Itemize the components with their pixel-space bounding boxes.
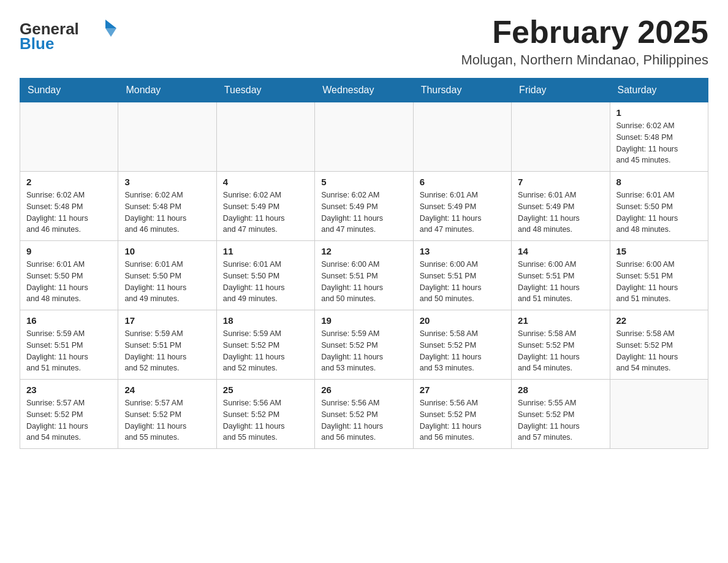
week-row-1: 1Sunrise: 6:02 AM Sunset: 5:48 PM Daylig…: [20, 102, 708, 172]
day-info: Sunrise: 6:00 AM Sunset: 5:51 PM Dayligh…: [616, 259, 702, 305]
day-info: Sunrise: 6:02 AM Sunset: 5:48 PM Dayligh…: [124, 190, 210, 236]
calendar-cell-w5-d1: 23Sunrise: 5:57 AM Sunset: 5:52 PM Dayli…: [20, 380, 118, 449]
calendar-cell-w5-d2: 24Sunrise: 5:57 AM Sunset: 5:52 PM Dayli…: [118, 380, 216, 449]
calendar-cell-w3-d2: 10Sunrise: 6:01 AM Sunset: 5:50 PM Dayli…: [118, 241, 216, 310]
calendar-cell-w1-d6: [512, 102, 610, 172]
week-row-2: 2Sunrise: 6:02 AM Sunset: 5:48 PM Daylig…: [20, 172, 708, 241]
logo: General Blue: [20, 15, 124, 54]
day-number: 21: [518, 315, 603, 326]
day-info: Sunrise: 6:00 AM Sunset: 5:51 PM Dayligh…: [518, 259, 603, 305]
day-number: 23: [26, 385, 112, 395]
day-info: Sunrise: 6:02 AM Sunset: 5:48 PM Dayligh…: [26, 190, 112, 236]
day-number: 19: [321, 315, 406, 326]
calendar-cell-w3-d6: 14Sunrise: 6:00 AM Sunset: 5:51 PM Dayli…: [512, 241, 610, 310]
day-info: Sunrise: 6:00 AM Sunset: 5:51 PM Dayligh…: [420, 259, 505, 305]
day-number: 12: [321, 246, 406, 256]
calendar-cell-w5-d5: 27Sunrise: 5:56 AM Sunset: 5:52 PM Dayli…: [413, 380, 511, 449]
day-info: Sunrise: 5:59 AM Sunset: 5:52 PM Dayligh…: [321, 328, 406, 374]
day-number: 26: [321, 385, 406, 395]
calendar-cell-w1-d1: [20, 102, 118, 172]
day-number: 10: [124, 246, 210, 256]
calendar-cell-w4-d3: 18Sunrise: 5:59 AM Sunset: 5:52 PM Dayli…: [216, 310, 314, 380]
day-info: Sunrise: 6:01 AM Sunset: 5:50 PM Dayligh…: [616, 190, 702, 236]
calendar-cell-w4-d7: 22Sunrise: 5:58 AM Sunset: 5:52 PM Dayli…: [610, 310, 708, 380]
day-number: 20: [420, 315, 505, 326]
day-info: Sunrise: 6:02 AM Sunset: 5:49 PM Dayligh…: [321, 190, 406, 236]
calendar-title: February 2025: [461, 15, 708, 50]
day-number: 24: [124, 385, 210, 395]
week-row-3: 9Sunrise: 6:01 AM Sunset: 5:50 PM Daylig…: [20, 241, 708, 310]
day-number: 25: [223, 385, 308, 395]
calendar-cell-w2-d7: 8Sunrise: 6:01 AM Sunset: 5:50 PM Daylig…: [610, 172, 708, 241]
day-info: Sunrise: 6:01 AM Sunset: 5:49 PM Dayligh…: [420, 190, 505, 236]
day-info: Sunrise: 5:56 AM Sunset: 5:52 PM Dayligh…: [420, 397, 505, 443]
day-number: 1: [616, 107, 702, 118]
page-header: General Blue February 2025 Molugan, Nort…: [20, 15, 708, 68]
day-info: Sunrise: 6:01 AM Sunset: 5:50 PM Dayligh…: [26, 259, 112, 305]
svg-marker-2: [105, 28, 116, 37]
calendar-cell-w1-d4: [315, 102, 413, 172]
day-number: 5: [321, 177, 406, 187]
day-info: Sunrise: 5:57 AM Sunset: 5:52 PM Dayligh…: [124, 397, 210, 443]
calendar-cell-w5-d7: [610, 380, 708, 449]
calendar-cell-w1-d3: [216, 102, 314, 172]
calendar-cell-w4-d1: 16Sunrise: 5:59 AM Sunset: 5:51 PM Dayli…: [20, 310, 118, 380]
calendar-cell-w2-d3: 4Sunrise: 6:02 AM Sunset: 5:49 PM Daylig…: [216, 172, 314, 241]
calendar-cell-w3-d5: 13Sunrise: 6:00 AM Sunset: 5:51 PM Dayli…: [413, 241, 511, 310]
day-info: Sunrise: 6:01 AM Sunset: 5:50 PM Dayligh…: [223, 259, 308, 305]
header-wednesday: Wednesday: [315, 79, 413, 102]
day-number: 16: [26, 315, 112, 326]
day-info: Sunrise: 6:00 AM Sunset: 5:51 PM Dayligh…: [321, 259, 406, 305]
header-monday: Monday: [118, 79, 216, 102]
calendar-cell-w1-d5: [413, 102, 511, 172]
day-number: 3: [124, 177, 210, 187]
day-info: Sunrise: 5:59 AM Sunset: 5:51 PM Dayligh…: [124, 328, 210, 374]
day-info: Sunrise: 5:55 AM Sunset: 5:52 PM Dayligh…: [518, 397, 603, 443]
calendar-cell-w4-d5: 20Sunrise: 5:58 AM Sunset: 5:52 PM Dayli…: [413, 310, 511, 380]
day-info: Sunrise: 5:58 AM Sunset: 5:52 PM Dayligh…: [420, 328, 505, 374]
header-saturday: Saturday: [610, 79, 708, 102]
calendar-table: Sunday Monday Tuesday Wednesday Thursday…: [20, 78, 708, 449]
calendar-subtitle: Molugan, Northern Mindanao, Philippines: [461, 52, 708, 68]
week-row-4: 16Sunrise: 5:59 AM Sunset: 5:51 PM Dayli…: [20, 310, 708, 380]
day-info: Sunrise: 5:58 AM Sunset: 5:52 PM Dayligh…: [518, 328, 603, 374]
header-friday: Friday: [512, 79, 610, 102]
day-number: 17: [124, 315, 210, 326]
calendar-cell-w4-d6: 21Sunrise: 5:58 AM Sunset: 5:52 PM Dayli…: [512, 310, 610, 380]
title-block: February 2025 Molugan, Northern Mindanao…: [461, 15, 708, 68]
day-info: Sunrise: 5:59 AM Sunset: 5:52 PM Dayligh…: [223, 328, 308, 374]
calendar-cell-w2-d5: 6Sunrise: 6:01 AM Sunset: 5:49 PM Daylig…: [413, 172, 511, 241]
day-number: 6: [420, 177, 505, 187]
calendar-cell-w4-d2: 17Sunrise: 5:59 AM Sunset: 5:51 PM Dayli…: [118, 310, 216, 380]
day-number: 22: [616, 315, 702, 326]
calendar-cell-w2-d1: 2Sunrise: 6:02 AM Sunset: 5:48 PM Daylig…: [20, 172, 118, 241]
day-info: Sunrise: 6:02 AM Sunset: 5:48 PM Dayligh…: [616, 120, 702, 166]
day-number: 14: [518, 246, 603, 256]
header-tuesday: Tuesday: [216, 79, 314, 102]
day-number: 27: [420, 385, 505, 395]
day-number: 11: [223, 246, 308, 256]
calendar-cell-w3-d3: 11Sunrise: 6:01 AM Sunset: 5:50 PM Dayli…: [216, 241, 314, 310]
weekday-header-row: Sunday Monday Tuesday Wednesday Thursday…: [20, 79, 708, 102]
day-info: Sunrise: 6:01 AM Sunset: 5:50 PM Dayligh…: [124, 259, 210, 305]
calendar-cell-w5-d4: 26Sunrise: 5:56 AM Sunset: 5:52 PM Dayli…: [315, 380, 413, 449]
day-number: 9: [26, 246, 112, 256]
calendar-cell-w3-d4: 12Sunrise: 6:00 AM Sunset: 5:51 PM Dayli…: [315, 241, 413, 310]
header-thursday: Thursday: [413, 79, 511, 102]
day-info: Sunrise: 5:57 AM Sunset: 5:52 PM Dayligh…: [26, 397, 112, 443]
calendar-cell-w1-d2: [118, 102, 216, 172]
day-info: Sunrise: 5:56 AM Sunset: 5:52 PM Dayligh…: [321, 397, 406, 443]
calendar-cell-w5-d3: 25Sunrise: 5:56 AM Sunset: 5:52 PM Dayli…: [216, 380, 314, 449]
day-info: Sunrise: 5:56 AM Sunset: 5:52 PM Dayligh…: [223, 397, 308, 443]
day-number: 2: [26, 177, 112, 187]
day-number: 8: [616, 177, 702, 187]
day-number: 15: [616, 246, 702, 256]
week-row-5: 23Sunrise: 5:57 AM Sunset: 5:52 PM Dayli…: [20, 380, 708, 449]
day-number: 7: [518, 177, 603, 187]
calendar-cell-w2-d2: 3Sunrise: 6:02 AM Sunset: 5:48 PM Daylig…: [118, 172, 216, 241]
day-info: Sunrise: 5:59 AM Sunset: 5:51 PM Dayligh…: [26, 328, 112, 374]
calendar-cell-w4-d4: 19Sunrise: 5:59 AM Sunset: 5:52 PM Dayli…: [315, 310, 413, 380]
logo-general: General Blue: [20, 15, 124, 54]
day-info: Sunrise: 6:02 AM Sunset: 5:49 PM Dayligh…: [223, 190, 308, 236]
day-number: 28: [518, 385, 603, 395]
